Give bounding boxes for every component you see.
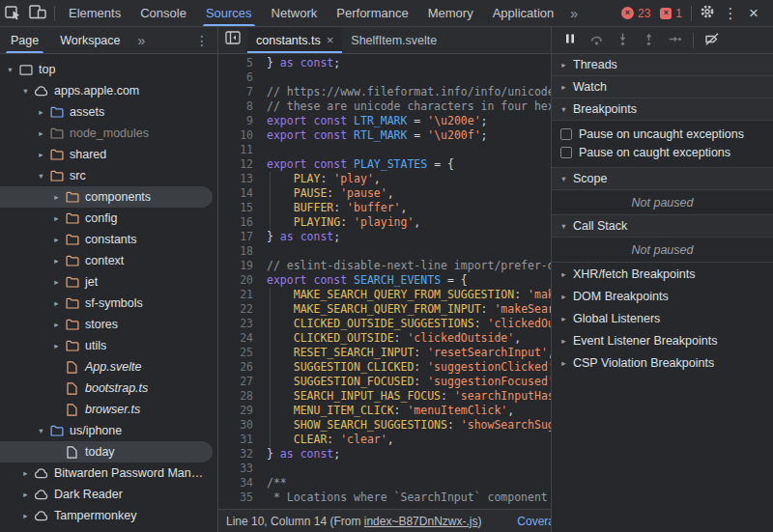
section-scope[interactable]: ▾ Scope xyxy=(552,168,773,190)
tree-item-bootstrap-ts[interactable]: bootstrap.ts xyxy=(0,378,217,399)
error-count: 23 xyxy=(638,7,650,20)
line-number[interactable]: 10 xyxy=(218,128,261,143)
tree-item-app-svelte[interactable]: App.svelte xyxy=(0,356,217,378)
line-number[interactable]: 24 xyxy=(218,331,261,346)
line-number[interactable]: 18 xyxy=(218,244,261,259)
tree-item-shared[interactable]: ▸ shared xyxy=(0,144,217,165)
line-number[interactable]: 25 xyxy=(218,346,261,360)
section-watch[interactable]: ▸ Watch xyxy=(552,76,773,98)
line-number[interactable]: 34 xyxy=(218,476,261,490)
section-breakpoints[interactable]: ▾ Breakpoints xyxy=(552,98,773,121)
tab-application[interactable]: Application xyxy=(483,0,564,26)
inspect-element-button[interactable] xyxy=(0,2,25,25)
tree-item-us-iphone[interactable]: ▾ us/iphone xyxy=(0,420,217,441)
tree-item-bitwarden-password-man[interactable]: ▸ Bitwarden Password Man… xyxy=(0,462,217,484)
source-file-link[interactable]: index~B87DnNzwx-.js xyxy=(364,515,478,528)
section-xhr-fetch-breakpoints[interactable]: ▸ XHR/fetch Breakpoints xyxy=(552,264,773,285)
tree-item-node-modules[interactable]: ▸ node_modules xyxy=(0,123,217,144)
tab-workspace[interactable]: Workspace xyxy=(49,27,130,53)
pause-script-button[interactable] xyxy=(558,29,582,52)
line-number[interactable]: 17 xyxy=(218,230,261,244)
line-number[interactable]: 11 xyxy=(218,143,261,157)
tree-item-apps-apple-com[interactable]: ▾ apps.apple.com xyxy=(0,80,217,101)
tab-elements[interactable]: Elements xyxy=(59,0,130,26)
line-number[interactable]: 20 xyxy=(218,273,261,288)
tab-sources[interactable]: Sources xyxy=(196,0,262,26)
tree-item-jet[interactable]: ▸ jet xyxy=(0,271,217,293)
checkbox-pause-on-caught-exceptions[interactable]: Pause on caught exceptions xyxy=(552,143,773,161)
tab-page[interactable]: Page xyxy=(0,27,49,53)
line-number[interactable]: 9 xyxy=(218,114,261,128)
tree-item-config[interactable]: ▸ config xyxy=(0,208,217,229)
step-out-button[interactable] xyxy=(637,29,660,52)
checkbox-pause-on-uncaught-exceptions[interactable]: Pause on uncaught exceptions xyxy=(552,125,773,143)
tree-item-today[interactable]: today xyxy=(0,441,213,462)
line-number[interactable]: 29 xyxy=(218,404,261,418)
line-number[interactable]: 30 xyxy=(218,418,261,433)
device-toolbar-button[interactable] xyxy=(25,2,50,25)
line-number[interactable]: 6 xyxy=(218,70,261,85)
code-editor[interactable]: 5 } as const; 6 7 // https://www.filefor… xyxy=(218,54,551,509)
tree-item-src[interactable]: ▾ src xyxy=(0,165,217,186)
line-number[interactable]: 19 xyxy=(218,259,261,273)
line-number[interactable]: 13 xyxy=(218,172,261,186)
section-csp-violation-breakpoints[interactable]: ▸ CSP Violation Breakpoints xyxy=(552,352,773,374)
tab-performance[interactable]: Performance xyxy=(327,0,417,26)
checkbox-icon[interactable] xyxy=(560,128,572,140)
section-global-listeners[interactable]: ▸ Global Listeners xyxy=(552,308,773,329)
tree-item-dark-reader[interactable]: ▸ Dark Reader xyxy=(0,484,217,505)
error-count-badge[interactable]: × 23 xyxy=(616,7,655,20)
more-navigator-tabs-button[interactable]: » xyxy=(131,33,153,48)
tree-item-top[interactable]: ▾ top xyxy=(0,59,217,80)
tree-item-constants[interactable]: ▸ constants xyxy=(0,229,217,250)
line-number[interactable]: 31 xyxy=(218,433,261,447)
line-number[interactable]: 5 xyxy=(218,56,261,70)
line-number[interactable]: 14 xyxy=(218,186,261,201)
tab-console[interactable]: Console xyxy=(130,0,196,26)
line-number[interactable]: 7 xyxy=(218,85,261,99)
step-button[interactable] xyxy=(663,29,686,52)
coverage-link[interactable]: Covera xyxy=(517,515,551,528)
issues-count-badge[interactable]: × 1 xyxy=(655,7,687,20)
line-number[interactable]: 23 xyxy=(218,317,261,331)
step-over-button[interactable] xyxy=(585,29,608,52)
section-event-listener-breakpoints[interactable]: ▸ Event Listener Breakpoints xyxy=(552,330,773,351)
line-number[interactable]: 33 xyxy=(218,462,261,476)
settings-button[interactable] xyxy=(696,2,719,25)
close-devtools-button[interactable]: × xyxy=(742,2,765,25)
step-into-button[interactable] xyxy=(611,29,634,52)
hide-navigator-button[interactable] xyxy=(218,27,247,50)
line-number[interactable]: 16 xyxy=(218,215,261,230)
tree-item-context[interactable]: ▸ context xyxy=(0,250,217,271)
tab-memory[interactable]: Memory xyxy=(418,0,483,26)
navigator-menu-button[interactable]: ⋮ xyxy=(186,33,217,48)
tree-item-sf-symbols[interactable]: ▸ sf-symbols xyxy=(0,293,217,314)
tree-item-browser-ts[interactable]: browser.ts xyxy=(0,399,217,420)
line-number[interactable]: 26 xyxy=(218,360,261,375)
tree-item-tampermonkey[interactable]: ▸ Tampermonkey xyxy=(0,505,217,526)
line-number[interactable]: 35 xyxy=(218,490,261,505)
line-number[interactable]: 21 xyxy=(218,288,261,302)
line-number[interactable]: 22 xyxy=(218,302,261,317)
tree-item-stores[interactable]: ▸ stores xyxy=(0,314,217,335)
menu-button[interactable]: ⋮ xyxy=(719,2,742,25)
editor-tab-constants-ts[interactable]: constants.ts× xyxy=(247,27,342,53)
close-tab-icon[interactable]: × xyxy=(327,33,334,47)
section-dom-breakpoints[interactable]: ▸ DOM Breakpoints xyxy=(552,286,773,307)
more-tabs-button[interactable]: » xyxy=(563,6,585,21)
tab-network[interactable]: Network xyxy=(262,0,328,26)
line-number[interactable]: 32 xyxy=(218,447,261,462)
section-call-stack[interactable]: ▾ Call Stack xyxy=(552,215,773,238)
section-threads[interactable]: ▸ Threads xyxy=(552,54,773,76)
line-number[interactable]: 8 xyxy=(218,99,261,114)
checkbox-icon[interactable] xyxy=(560,147,572,158)
tree-item-components[interactable]: ▸ components xyxy=(0,186,213,208)
deactivate-breakpoints-button[interactable] xyxy=(701,29,724,52)
tree-item-utils[interactable]: ▸ utils xyxy=(0,335,217,356)
line-number[interactable]: 12 xyxy=(218,157,261,172)
line-number[interactable]: 15 xyxy=(218,201,261,215)
line-number[interactable]: 28 xyxy=(218,389,261,404)
line-number[interactable]: 27 xyxy=(218,375,261,389)
editor-tab-shelfitem-svelte[interactable]: ShelfItem.svelte xyxy=(342,27,445,53)
tree-item-assets[interactable]: ▸ assets xyxy=(0,101,217,123)
